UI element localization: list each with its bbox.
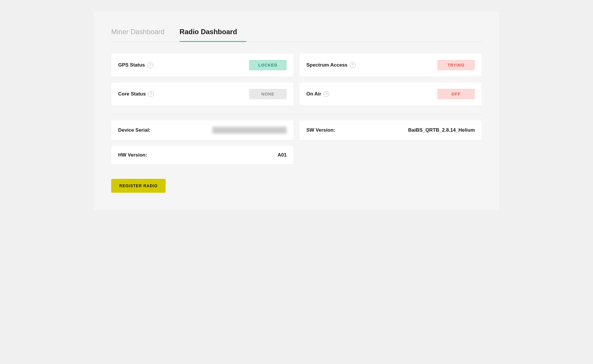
gps-status-card: GPS Status ? LOCKED [111, 54, 294, 77]
core-status-label: Core Status ? [118, 91, 154, 97]
core-status-help-icon[interactable]: ? [148, 91, 154, 97]
hw-version-text: HW Version: [118, 152, 147, 158]
info-row-1: Device Serial: ████████████████████ SW V… [111, 120, 482, 140]
spectrum-access-card: Spectrum Access ? TRYING [299, 54, 482, 77]
device-serial-text: Device Serial: [118, 127, 151, 133]
register-radio-button[interactable]: REGISTER RADIO [111, 179, 166, 193]
status-row-1: GPS Status ? LOCKED Spectrum Access ? TR… [111, 54, 482, 77]
device-serial-value: ████████████████████ [212, 127, 287, 134]
device-serial-card: Device Serial: ████████████████████ [111, 120, 294, 140]
status-row-2: Core Status ? NONE On Air ? OFF [111, 82, 482, 106]
on-air-card: On Air ? OFF [299, 82, 482, 106]
hw-version-card: HW Version: A01 [111, 146, 294, 164]
empty-grid-cell [299, 146, 482, 164]
gps-status-text: GPS Status [118, 62, 145, 68]
spectrum-access-help-icon[interactable]: ? [350, 62, 356, 68]
sw-version-card: SW Version: BaiBS_QRTB_2.8.14_Helium [299, 120, 482, 140]
device-serial-label: Device Serial: [118, 127, 151, 133]
hw-version-label: HW Version: [118, 152, 147, 158]
hw-version-row: HW Version: A01 [111, 146, 482, 164]
spectrum-access-label: Spectrum Access ? [306, 62, 356, 68]
gps-status-help-icon[interactable]: ? [147, 62, 153, 68]
tab-radio-dashboard[interactable]: Radio Dashboard [180, 23, 246, 42]
sw-version-label: SW Version: [306, 127, 335, 133]
tab-miner-dashboard[interactable]: Miner Dashboard [111, 23, 174, 42]
sw-version-text: SW Version: [306, 127, 335, 133]
core-status-text: Core Status [118, 91, 146, 97]
spectrum-access-text: Spectrum Access [306, 62, 347, 68]
gps-status-label: GPS Status ? [118, 62, 153, 68]
hw-version-value: A01 [278, 152, 287, 158]
sw-version-value: BaiBS_QRTB_2.8.14_Helium [408, 127, 475, 133]
core-status-card: Core Status ? NONE [111, 82, 294, 106]
on-air-text: On Air [306, 91, 321, 97]
register-radio-container: REGISTER RADIO [111, 170, 482, 193]
on-air-badge: OFF [437, 89, 475, 99]
core-status-badge: NONE [249, 89, 287, 99]
content-area: GPS Status ? LOCKED Spectrum Access ? TR… [111, 54, 482, 193]
tab-navigation: Miner Dashboard Radio Dashboard [111, 23, 482, 42]
page-container: Miner Dashboard Radio Dashboard GPS Stat… [94, 12, 499, 210]
gps-status-badge: LOCKED [249, 60, 287, 70]
section-divider [111, 114, 482, 115]
on-air-label: On Air ? [306, 91, 329, 97]
on-air-help-icon[interactable]: ? [323, 91, 329, 97]
spectrum-access-badge: TRYING [437, 60, 475, 70]
